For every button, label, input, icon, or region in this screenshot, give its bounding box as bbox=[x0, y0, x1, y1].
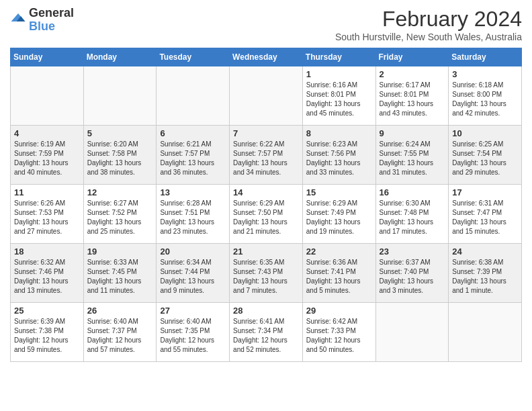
day-info: Sunrise: 6:31 AM Sunset: 7:47 PM Dayligh… bbox=[452, 199, 518, 236]
logo: General Blue bbox=[10, 7, 74, 34]
calendar-cell: 27Sunrise: 6:40 AM Sunset: 7:35 PM Dayli… bbox=[157, 303, 230, 362]
day-number: 2 bbox=[380, 69, 445, 79]
calendar-cell: 6Sunrise: 6:21 AM Sunset: 7:57 PM Daylig… bbox=[157, 126, 230, 185]
calendar-cell: 12Sunrise: 6:27 AM Sunset: 7:52 PM Dayli… bbox=[83, 185, 157, 244]
calendar-week-row: 25Sunrise: 6:39 AM Sunset: 7:38 PM Dayli… bbox=[11, 303, 522, 362]
calendar-cell bbox=[83, 66, 157, 126]
day-number: 11 bbox=[14, 187, 80, 197]
calendar-cell: 26Sunrise: 6:40 AM Sunset: 7:37 PM Dayli… bbox=[83, 303, 157, 362]
calendar-cell: 16Sunrise: 6:30 AM Sunset: 7:48 PM Dayli… bbox=[375, 185, 449, 244]
day-number: 3 bbox=[452, 69, 518, 79]
calendar-cell: 23Sunrise: 6:37 AM Sunset: 7:40 PM Dayli… bbox=[375, 244, 449, 303]
day-info: Sunrise: 6:35 AM Sunset: 7:43 PM Dayligh… bbox=[233, 258, 299, 295]
day-number: 7 bbox=[233, 128, 299, 138]
calendar-cell: 4Sunrise: 6:19 AM Sunset: 7:59 PM Daylig… bbox=[11, 126, 84, 185]
calendar-cell: 19Sunrise: 6:33 AM Sunset: 7:45 PM Dayli… bbox=[83, 244, 157, 303]
day-number: 21 bbox=[233, 246, 299, 257]
day-info: Sunrise: 6:26 AM Sunset: 7:53 PM Dayligh… bbox=[14, 199, 80, 236]
day-of-week-header: Thursday bbox=[302, 48, 375, 66]
calendar-header-row: SundayMondayTuesdayWednesdayThursdayFrid… bbox=[11, 48, 522, 66]
day-info: Sunrise: 6:33 AM Sunset: 7:45 PM Dayligh… bbox=[87, 258, 153, 295]
day-number: 29 bbox=[306, 306, 372, 316]
calendar-cell: 14Sunrise: 6:29 AM Sunset: 7:50 PM Dayli… bbox=[230, 185, 303, 244]
day-info: Sunrise: 6:32 AM Sunset: 7:46 PM Dayligh… bbox=[14, 258, 80, 295]
day-info: Sunrise: 6:22 AM Sunset: 7:57 PM Dayligh… bbox=[233, 140, 299, 177]
day-number: 24 bbox=[452, 246, 518, 257]
calendar-cell: 24Sunrise: 6:38 AM Sunset: 7:39 PM Dayli… bbox=[449, 244, 522, 303]
calendar-cell bbox=[157, 66, 230, 126]
day-number: 25 bbox=[14, 306, 80, 316]
day-info: Sunrise: 6:41 AM Sunset: 7:34 PM Dayligh… bbox=[233, 317, 299, 355]
day-info: Sunrise: 6:29 AM Sunset: 7:50 PM Dayligh… bbox=[233, 199, 299, 236]
calendar-cell: 1Sunrise: 6:16 AM Sunset: 8:01 PM Daylig… bbox=[302, 66, 375, 126]
calendar-week-row: 1Sunrise: 6:16 AM Sunset: 8:01 PM Daylig… bbox=[11, 66, 522, 126]
day-number: 14 bbox=[233, 187, 299, 197]
calendar-cell: 7Sunrise: 6:22 AM Sunset: 7:57 PM Daylig… bbox=[230, 126, 303, 185]
day-info: Sunrise: 6:42 AM Sunset: 7:33 PM Dayligh… bbox=[306, 317, 372, 355]
calendar-cell bbox=[449, 303, 522, 362]
day-info: Sunrise: 6:39 AM Sunset: 7:38 PM Dayligh… bbox=[14, 317, 80, 355]
day-number: 20 bbox=[160, 246, 226, 257]
calendar-cell bbox=[230, 66, 303, 126]
day-of-week-header: Saturday bbox=[449, 48, 522, 66]
day-number: 18 bbox=[14, 246, 80, 257]
day-info: Sunrise: 6:20 AM Sunset: 7:58 PM Dayligh… bbox=[87, 140, 153, 177]
calendar-cell: 11Sunrise: 6:26 AM Sunset: 7:53 PM Dayli… bbox=[11, 185, 84, 244]
calendar-cell: 5Sunrise: 6:20 AM Sunset: 7:58 PM Daylig… bbox=[83, 126, 157, 185]
day-number: 16 bbox=[380, 187, 445, 197]
day-number: 19 bbox=[87, 246, 153, 257]
calendar-week-row: 11Sunrise: 6:26 AM Sunset: 7:53 PM Dayli… bbox=[11, 185, 522, 244]
day-info: Sunrise: 6:28 AM Sunset: 7:51 PM Dayligh… bbox=[160, 199, 226, 236]
calendar-location: South Hurstville, New South Wales, Austr… bbox=[335, 32, 522, 42]
day-number: 22 bbox=[306, 246, 372, 257]
day-number: 4 bbox=[14, 128, 80, 138]
day-info: Sunrise: 6:19 AM Sunset: 7:59 PM Dayligh… bbox=[14, 140, 80, 177]
title-area: February 2024 South Hurstville, New Sout… bbox=[335, 7, 522, 42]
day-info: Sunrise: 6:34 AM Sunset: 7:44 PM Dayligh… bbox=[160, 258, 226, 295]
day-info: Sunrise: 6:18 AM Sunset: 8:00 PM Dayligh… bbox=[452, 81, 518, 118]
day-number: 23 bbox=[380, 246, 445, 257]
day-of-week-header: Friday bbox=[375, 48, 449, 66]
calendar-cell: 2Sunrise: 6:17 AM Sunset: 8:01 PM Daylig… bbox=[375, 66, 449, 126]
calendar-cell: 3Sunrise: 6:18 AM Sunset: 8:00 PM Daylig… bbox=[449, 66, 522, 126]
calendar-title: February 2024 bbox=[335, 7, 522, 32]
calendar-cell: 9Sunrise: 6:24 AM Sunset: 7:55 PM Daylig… bbox=[375, 126, 449, 185]
day-info: Sunrise: 6:24 AM Sunset: 7:55 PM Dayligh… bbox=[380, 140, 445, 177]
day-info: Sunrise: 6:30 AM Sunset: 7:48 PM Dayligh… bbox=[380, 199, 445, 236]
day-number: 8 bbox=[306, 128, 372, 138]
calendar-cell: 22Sunrise: 6:36 AM Sunset: 7:41 PM Dayli… bbox=[302, 244, 375, 303]
day-of-week-header: Sunday bbox=[11, 48, 84, 66]
page-header: General Blue February 2024 South Hurstvi… bbox=[10, 7, 522, 42]
calendar-cell: 20Sunrise: 6:34 AM Sunset: 7:44 PM Dayli… bbox=[157, 244, 230, 303]
day-info: Sunrise: 6:27 AM Sunset: 7:52 PM Dayligh… bbox=[87, 199, 153, 236]
calendar-week-row: 18Sunrise: 6:32 AM Sunset: 7:46 PM Dayli… bbox=[11, 244, 522, 303]
day-number: 12 bbox=[87, 187, 153, 197]
calendar-cell: 15Sunrise: 6:29 AM Sunset: 7:49 PM Dayli… bbox=[302, 185, 375, 244]
day-info: Sunrise: 6:16 AM Sunset: 8:01 PM Dayligh… bbox=[306, 81, 372, 118]
day-number: 26 bbox=[87, 306, 153, 316]
day-number: 15 bbox=[306, 187, 372, 197]
calendar-cell: 25Sunrise: 6:39 AM Sunset: 7:38 PM Dayli… bbox=[11, 303, 84, 362]
day-number: 17 bbox=[452, 187, 518, 197]
calendar-cell bbox=[11, 66, 84, 126]
calendar-cell: 28Sunrise: 6:41 AM Sunset: 7:34 PM Dayli… bbox=[230, 303, 303, 362]
day-info: Sunrise: 6:40 AM Sunset: 7:35 PM Dayligh… bbox=[160, 317, 226, 355]
day-info: Sunrise: 6:17 AM Sunset: 8:01 PM Dayligh… bbox=[380, 81, 445, 118]
day-of-week-header: Monday bbox=[83, 48, 157, 66]
calendar-cell: 8Sunrise: 6:23 AM Sunset: 7:56 PM Daylig… bbox=[302, 126, 375, 185]
calendar-cell bbox=[375, 303, 449, 362]
day-number: 6 bbox=[160, 128, 226, 138]
day-info: Sunrise: 6:36 AM Sunset: 7:41 PM Dayligh… bbox=[306, 258, 372, 295]
day-number: 28 bbox=[233, 306, 299, 316]
logo-blue: Blue bbox=[29, 20, 74, 34]
logo-general: General bbox=[29, 7, 74, 20]
day-number: 1 bbox=[306, 69, 372, 79]
day-number: 5 bbox=[87, 128, 153, 138]
day-number: 27 bbox=[160, 306, 226, 316]
calendar-week-row: 4Sunrise: 6:19 AM Sunset: 7:59 PM Daylig… bbox=[11, 126, 522, 185]
day-info: Sunrise: 6:23 AM Sunset: 7:56 PM Dayligh… bbox=[306, 140, 372, 177]
calendar-table: SundayMondayTuesdayWednesdayThursdayFrid… bbox=[10, 48, 522, 362]
day-info: Sunrise: 6:37 AM Sunset: 7:40 PM Dayligh… bbox=[380, 258, 445, 295]
calendar-cell: 21Sunrise: 6:35 AM Sunset: 7:43 PM Dayli… bbox=[230, 244, 303, 303]
day-info: Sunrise: 6:29 AM Sunset: 7:49 PM Dayligh… bbox=[306, 199, 372, 236]
